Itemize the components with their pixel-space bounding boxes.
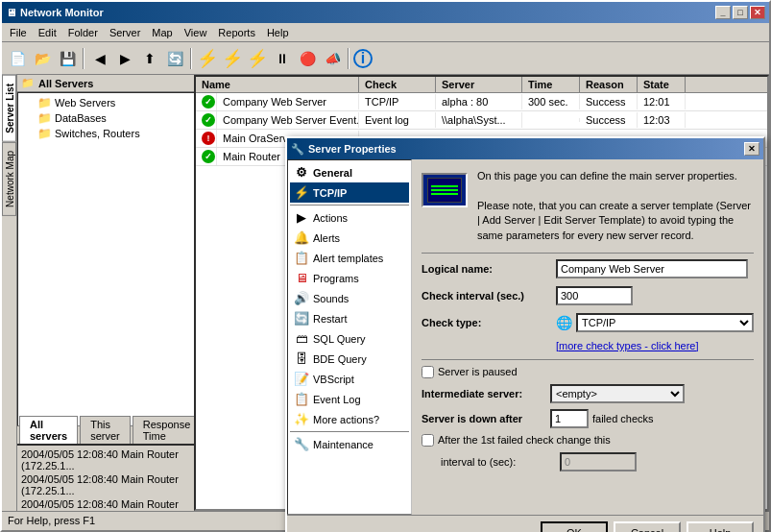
th-name[interactable]: Name [196,77,359,92]
interval-input[interactable] [560,452,637,472]
intermediate-server-label: Intermediate server: [422,388,546,399]
vbscript-icon: 📝 [294,372,309,386]
table-row[interactable]: ✓ Company Web Server Event.... Event log… [196,111,767,130]
tab-this-server[interactable]: This server [80,416,131,444]
help-button[interactable]: Help [687,521,754,532]
menu-folder[interactable]: Folder [62,25,104,40]
nav-item-sounds[interactable]: 🔊 Sounds [290,288,409,308]
vertical-tabs: Server List Network Map [2,75,17,511]
table-row[interactable]: ✓ Company Web Server TCP/IP alpha : 80 3… [196,93,767,111]
dialog-title-bar: 🔧 Server Properties ✕ [287,138,763,159]
server-paused-checkbox[interactable] [422,366,434,378]
dialog-header-icon [422,169,468,207]
toolbar-btn-fwd[interactable]: ▶ [113,47,136,70]
nav-item-tcpip[interactable]: ⚡ TCP/IP [290,182,409,203]
nav-item-bde-query[interactable]: 🗄 BDE Query [290,349,409,369]
nav-item-vbscript[interactable]: 📝 VBScript [290,369,409,389]
vert-tab-server-list[interactable]: Server List [2,75,16,142]
nav-item-maintenance[interactable]: 🔧 Maintenance [290,434,409,454]
menu-map[interactable]: Map [146,25,178,40]
all-servers-label: All Servers [38,78,93,89]
menu-server[interactable]: Server [104,25,146,40]
event-log-icon: 📋 [294,392,309,406]
menu-edit[interactable]: Edit [33,25,62,40]
dialog-close-button[interactable]: ✕ [744,142,759,156]
status-ok-icon: ✓ [202,95,215,109]
th-reason[interactable]: Reason [580,77,638,92]
cell-check-1: Event log [359,112,436,128]
server-paused-label: Server is paused [438,366,518,377]
bde-icon: 🗄 [294,351,309,366]
menu-help[interactable]: Help [261,25,295,40]
toolbar-btn-lightning2[interactable]: ⚡ [221,47,244,70]
log-item-2: 2004/05/05 12:08:40 Main Router (172.25.… [21,497,201,511]
menu-file[interactable]: File [4,25,33,40]
toolbar-btn-new[interactable]: 📄 [6,47,29,70]
th-server[interactable]: Server [436,77,522,92]
menu-reports[interactable]: Reports [212,25,261,40]
toolbar-btn-info[interactable]: i [353,49,373,68]
nav-item-actions[interactable]: ▶ Actions [290,207,409,228]
toolbar-btn-lightning1[interactable]: ⚡ [196,47,219,70]
server-down-after-input[interactable] [550,409,589,428]
tab-all-servers[interactable]: All servers [19,416,78,444]
tcpip-icon: ⚡ [294,185,309,200]
nav-item-alert-templates[interactable]: 📋 Alert templates [290,248,409,268]
nav-item-more-actions[interactable]: ✨ More actions? [290,409,409,429]
cell-time-1 [522,118,580,122]
more-check-types-link[interactable]: [more check types - click here] [556,340,699,351]
nav-item-restart[interactable]: 🔄 Restart [290,308,409,328]
toolbar-btn-lightning3[interactable]: ⚡ [246,47,269,70]
title-bar: 🖥 Network Monitor _ □ ✕ [2,2,769,23]
toolbar-btn-back[interactable]: ◀ [88,47,111,70]
nav-item-sql-query[interactable]: 🗃 SQL Query [290,328,409,349]
close-button[interactable]: ✕ [750,6,765,19]
nav-item-general[interactable]: ⚙ General [290,162,409,182]
cell-name-0: Company Web Server [217,94,359,109]
dialog-header-text: On this page you can define the main ser… [477,169,754,243]
interval-row: interval to (sec): [422,452,754,472]
ok-button[interactable]: OK [541,521,608,532]
server-down-after-label: Server is down after [422,413,546,424]
intermediate-server-select[interactable]: <empty> [550,384,685,403]
logical-name-input[interactable] [556,259,748,278]
toolbar-btn-stop[interactable]: 🔴 [296,47,319,70]
monitor-icon [422,173,468,207]
after-failed-checkbox[interactable] [422,434,434,447]
check-type-select[interactable]: TCP/IP [576,313,754,332]
nav-item-programs[interactable]: 🖥 Programs [290,268,409,288]
toolbar-btn-refresh[interactable]: 🔄 [163,47,186,70]
maximize-button[interactable]: □ [733,6,748,19]
nav-item-event-log[interactable]: 📋 Event Log [290,389,409,409]
app-icon: 🖥 [6,7,16,18]
dialog-content: On this page you can define the main ser… [412,159,763,515]
toolbar-btn-save[interactable]: 💾 [56,47,79,70]
toolbar-sep-2 [190,48,192,69]
th-time[interactable]: Time [522,77,580,92]
log-item-1: 2004/05/05 12:08:40 Main Router (172.25.… [21,472,201,497]
tab-response-time[interactable]: Response Time [133,416,202,444]
server-tree: 📁 Web Servers 📁 DataBases 📁 Switches, Ro… [17,92,205,426]
cancel-button[interactable]: Cancel [614,521,681,532]
tree-item-webservers[interactable]: 📁 Web Servers [36,95,202,110]
th-state[interactable]: State [638,77,686,92]
status-err-icon: ! [202,132,215,145]
cell-check-0: TCP/IP [359,94,436,109]
toolbar-btn-up[interactable]: ⬆ [138,47,161,70]
toolbar-btn-pause[interactable]: ⏸ [271,47,294,70]
toolbar-btn-alarm[interactable]: 📣 [321,47,344,70]
tree-item-databases[interactable]: 📁 DataBases [36,110,202,126]
check-type-label: Check type: [422,317,556,328]
th-check[interactable]: Check [359,77,436,92]
vert-tab-network-map[interactable]: Network Map [2,142,16,216]
nav-item-alerts[interactable]: 🔔 Alerts [290,228,409,248]
minimize-button[interactable]: _ [715,6,731,19]
tree-item-switches[interactable]: 📁 Switches, Routers [36,126,202,141]
failed-checks-label: failed checks [592,413,654,424]
check-interval-input[interactable] [556,286,633,305]
menu-view[interactable]: View [179,25,213,40]
server-properties-dialog: 🔧 Server Properties ✕ ⚙ General ⚡ [285,136,765,532]
toolbar-btn-open[interactable]: 📂 [31,47,54,70]
cell-server-1: \\alpha\Syst... [436,112,522,128]
check-interval-group: Check interval (sec.) [422,286,754,305]
